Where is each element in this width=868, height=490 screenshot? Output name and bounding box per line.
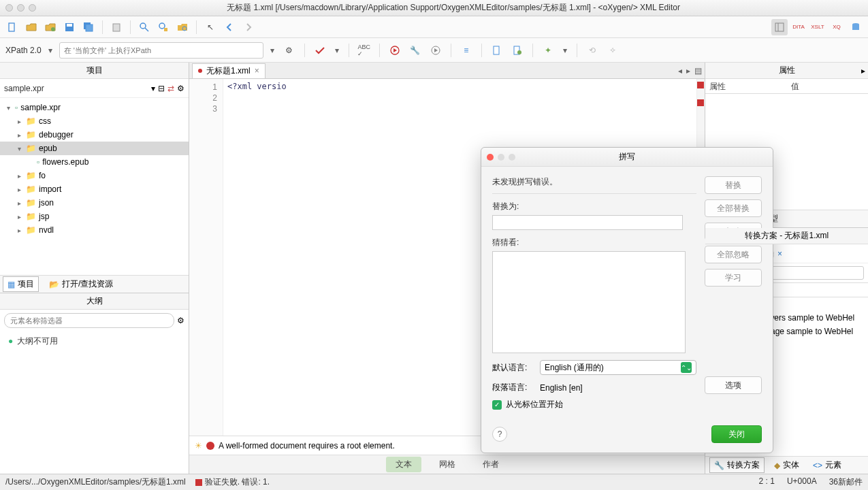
outline-panel-label: 大纲 [86,295,103,307]
tree-item[interactable]: ▸📁css [0,114,189,128]
error-marker-icon[interactable] [697,99,704,106]
delete-transform-icon[interactable]: × [777,249,782,259]
project-dropdown-icon[interactable]: ▾ [151,84,155,93]
open-project-icon[interactable] [42,19,59,35]
expand-icon[interactable]: ▸ [15,227,23,234]
forward-icon[interactable] [240,19,257,35]
tab-project[interactable]: ▦项目 [3,276,39,292]
project-selector[interactable]: sample.xpr ▾ ⊟ ⇄ ⚙ [0,79,189,98]
expand-icon[interactable]: ▸ [15,131,23,139]
expand-icon[interactable]: ▾ [15,145,23,152]
find-replace-icon[interactable] [155,19,172,35]
tree-item[interactable]: ▫flowers.epub [0,155,189,169]
profile-icon[interactable]: ⟲ [584,42,600,59]
stop-icon[interactable]: ✧ [605,42,621,59]
expand-icon[interactable]: ▸ [15,118,23,125]
next-tab-icon[interactable]: ▸ [686,66,690,76]
tree-item[interactable]: ▸📁debugger [0,128,189,142]
default-language-label: 默认语言: [492,362,534,374]
minimize-window-icon[interactable] [17,4,25,12]
refactor-icon[interactable]: ✦ [540,42,556,59]
tree-item[interactable]: ▸📁fo [0,169,189,182]
ignore-all-button[interactable]: 全部忽略 [705,246,762,263]
default-language-select[interactable]: English (通用的) ⌃⌄ [540,360,696,375]
expand-icon[interactable]: ▸ [15,199,23,207]
xpath-label: XPath 2.0 [5,46,42,55]
mode-author[interactable]: 作者 [473,457,509,472]
refactor-dropdown-icon[interactable]: ▾ [560,46,570,55]
perspective-xq-icon[interactable]: XQ [829,19,845,35]
tree-item[interactable]: ▾▫sample.xpr [0,101,189,114]
tab-transform[interactable]: 🔧转换方案 [709,457,765,473]
tree-item[interactable]: ▾📁epub [0,142,189,155]
tree-item[interactable]: ▸📁nvdl [0,223,189,237]
mode-grid[interactable]: 网格 [430,457,465,472]
validate-dropdown-icon[interactable]: ▾ [332,46,342,55]
close-button[interactable]: 关闭 [711,425,762,443]
xpath-settings-icon[interactable]: ⚙ [281,42,298,59]
tab-list-icon[interactable]: ▤ [694,66,702,76]
perspective-db-icon[interactable] [848,19,864,35]
tree-item[interactable]: ▸📁import [0,182,189,196]
outline-settings-icon[interactable]: ⚙ [177,316,184,325]
expand-icon[interactable]: ▸ [15,172,23,180]
perspective-dita-icon[interactable]: DITA [790,19,807,35]
marker-settings-icon[interactable]: ☀ [195,441,202,451]
project-settings-icon[interactable]: ⚙ [177,84,184,93]
mode-text[interactable]: 文本 [386,457,421,472]
outline-filter-input[interactable] [4,313,174,328]
tab-entity[interactable]: ◆实体 [770,458,803,472]
find-in-files-icon[interactable] [174,19,191,35]
attributes-expand-icon[interactable]: ▸ [861,66,865,76]
start-from-cursor-checkbox[interactable]: ✓ 从光标位置开始 [492,399,696,410]
open-file-icon[interactable] [23,19,39,35]
editor-tab[interactable]: 无标题1.xml × [192,63,266,78]
tree-item-label: debugger [39,130,74,140]
close-tab-icon[interactable]: × [255,66,259,76]
configure-transform-icon[interactable]: 🔧 [407,42,423,59]
zoom-window-icon[interactable] [29,4,36,12]
paste-icon[interactable] [108,19,125,35]
xpath-input[interactable] [59,42,263,59]
save-icon[interactable] [61,19,78,35]
perspective-editor-icon[interactable] [771,19,788,35]
expand-icon[interactable]: ▸ [15,186,23,193]
link-editor-icon[interactable]: ⇄ [167,84,174,93]
tree-item[interactable]: ▸📁jsp [0,210,189,223]
debug-icon[interactable] [428,42,444,59]
collapse-all-icon[interactable]: ⊟ [158,84,165,93]
options-button[interactable]: 选项 [705,376,762,394]
new-file-icon[interactable] [4,19,20,35]
suggestions-list[interactable] [492,251,686,353]
tab-open-resource[interactable]: 📂打开/查找资源 [44,276,118,292]
replace-all-button[interactable]: 全部替换 [705,199,762,217]
attributes-label: 属性 [779,65,795,76]
replace-button[interactable]: 替换 [705,176,762,194]
format-indent-icon[interactable]: ≡ [458,42,475,59]
save-all-icon[interactable] [80,19,97,35]
back-icon[interactable] [221,19,238,35]
learn-button[interactable]: 学习 [705,269,762,287]
xpath-version-dropdown-icon[interactable]: ▾ [46,46,55,55]
svg-rect-6 [113,24,120,31]
status-mail[interactable]: 36新邮件 [829,476,863,488]
help-button[interactable]: ? [492,427,507,442]
perspective-xslt-icon[interactable]: XSLT [809,19,826,35]
xpath-history-dropdown-icon[interactable]: ▾ [268,46,277,55]
tree-item[interactable]: ▸📁json [0,196,189,210]
search-icon[interactable] [136,19,152,35]
expand-icon[interactable]: ▸ [15,213,23,220]
associate-schema-icon[interactable] [509,42,526,59]
error-marker-icon[interactable] [697,82,704,88]
validate-icon[interactable] [312,42,328,59]
close-window-icon[interactable] [5,4,13,12]
generate-doc-icon[interactable] [489,42,505,59]
prev-tab-icon[interactable]: ◂ [678,66,682,76]
dialog-close-icon[interactable] [487,154,494,161]
collapse-icon[interactable]: ↖ [202,19,219,35]
run-icon[interactable] [387,42,403,59]
spellcheck-icon[interactable]: ABC✓ [356,42,372,59]
replace-with-input[interactable] [492,215,683,230]
tab-element[interactable]: <>元素 [809,458,846,472]
expand-icon[interactable]: ▾ [4,104,12,112]
